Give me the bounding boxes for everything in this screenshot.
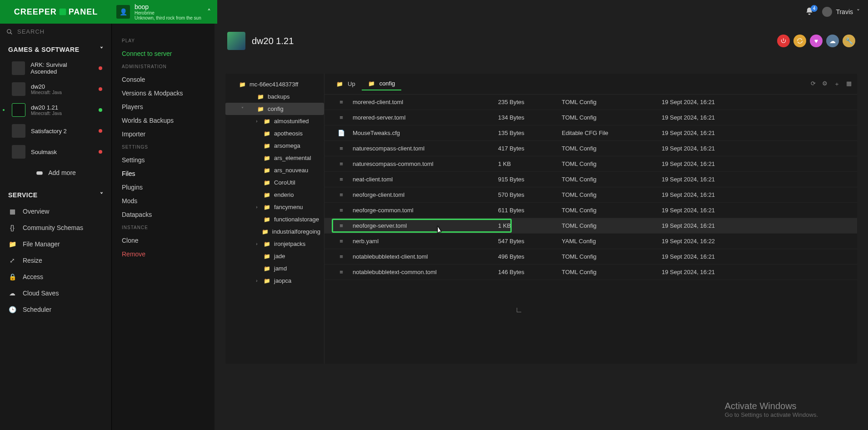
file-type: TOML Config xyxy=(562,176,662,183)
select-button[interactable]: ▦ xyxy=(846,80,852,88)
file-name: morered-client.toml xyxy=(353,99,403,105)
tree-item[interactable]: 📁backups xyxy=(225,90,324,103)
service-section-header[interactable]: SERVICE ˅ xyxy=(0,185,111,203)
notifications-button[interactable]: 4 xyxy=(805,7,814,17)
tree-item[interactable]: ›📁jaopca xyxy=(225,275,324,287)
tree-item[interactable]: ˅📁config xyxy=(225,103,324,115)
nav-item[interactable]: Importer xyxy=(112,127,215,141)
svg-point-1 xyxy=(7,29,11,33)
service-item[interactable]: 📁File Manager xyxy=(0,236,111,252)
tree-item[interactable]: 📁ars_elemental xyxy=(225,152,324,164)
tree-label: ironjetpacks xyxy=(274,240,305,247)
file-size: 135 Bytes xyxy=(498,130,562,136)
file-row[interactable]: ≡notablebubbletext-client.toml496 BytesT… xyxy=(324,249,857,265)
file-date: 19 Sept 2024, 16:21 xyxy=(662,253,852,260)
file-row[interactable]: ≡neat-client.toml915 BytesTOML Config19 … xyxy=(324,172,857,187)
tree-item[interactable]: 📁ars_nouveau xyxy=(225,164,324,176)
add-file-button[interactable]: ＋ xyxy=(834,80,840,88)
service-item[interactable]: 🔒Access xyxy=(0,269,111,285)
file-row[interactable]: ≡notablebubbletext-common.toml146 BytesT… xyxy=(324,265,857,280)
nav-item[interactable]: Clone xyxy=(112,234,215,247)
tree-item[interactable]: ›📁fancymenu xyxy=(225,201,324,213)
file-row[interactable]: ≡neoforge-server.toml1 KBTOML Config19 S… xyxy=(324,218,857,234)
nav-item[interactable]: Worlds & Backups xyxy=(112,114,215,127)
file-row[interactable]: ≡morered-client.toml235 BytesTOML Config… xyxy=(324,95,857,110)
power-button[interactable] xyxy=(777,35,790,47)
file-date: 19 Sept 2024, 16:21 xyxy=(662,176,852,183)
file-row[interactable]: 📄MouseTweaks.cfg135 BytesEditable CFG Fi… xyxy=(324,125,857,141)
chevron-down-icon: ˅ xyxy=(100,46,104,53)
service-item[interactable]: ⤢Resize xyxy=(0,252,111,269)
heart-button[interactable]: ♥ xyxy=(810,35,823,47)
cloud-button[interactable]: ☁ xyxy=(826,35,839,47)
svg-rect-0 xyxy=(59,9,66,15)
game-icon xyxy=(12,82,25,96)
nav-item[interactable]: Versions & Modpacks xyxy=(112,86,215,100)
refresh-button[interactable]: ⟳ xyxy=(811,80,816,88)
nav-item[interactable]: Plugins xyxy=(112,180,215,194)
tree-item[interactable]: 📁jamd xyxy=(225,262,324,275)
search-input[interactable] xyxy=(17,28,105,35)
games-section-header[interactable]: GAMES & SOFTWARE ˅ xyxy=(0,40,111,58)
nav-item[interactable]: Players xyxy=(112,100,215,114)
file-row[interactable]: ≡morered-server.toml134 BytesTOML Config… xyxy=(324,110,857,125)
service-icon: 🔒 xyxy=(8,273,16,280)
service-item[interactable]: 🕒Scheduler xyxy=(0,301,111,318)
brand-text-left: CREEPER xyxy=(14,7,57,17)
service-item[interactable]: {}Community Schemas xyxy=(0,220,111,236)
file-size: 1 KB xyxy=(498,222,562,229)
connect-to-server[interactable]: Connect to server xyxy=(112,47,215,60)
game-row[interactable]: ARK: Survival Ascended xyxy=(0,58,111,79)
game-row[interactable]: dw20Minecraft: Java xyxy=(0,79,111,100)
wrench-button[interactable]: 🔧 xyxy=(843,35,855,47)
tree-item[interactable]: ›📁ironjetpacks xyxy=(225,238,324,250)
tree-item[interactable]: 📁jade xyxy=(225,250,324,262)
nav-item[interactable]: Console xyxy=(112,73,215,86)
file-row[interactable]: ≡nerb.yaml547 BytesYAML Config19 Sept 20… xyxy=(324,234,857,249)
file-row[interactable]: ≡neoforge-common.toml611 BytesTOML Confi… xyxy=(324,203,857,218)
user-menu[interactable]: Travis ˅ xyxy=(822,7,860,17)
game-row[interactable]: Satisfactory 2 xyxy=(0,120,111,141)
tree-item[interactable]: 📁functionalstorage xyxy=(225,213,324,225)
game-row[interactable]: dw20 1.21Minecraft: Java xyxy=(0,100,111,120)
service-label: Overview xyxy=(23,208,49,215)
file-row[interactable]: ≡neoforge-client.toml570 BytesTOML Confi… xyxy=(324,187,857,203)
file-row[interactable]: ≡naturescompass-common.toml1 KBTOML Conf… xyxy=(324,156,857,172)
game-sub: Minecraft: Java xyxy=(31,111,62,116)
file-name: neoforge-common.toml xyxy=(353,207,414,214)
resize-handle-icon[interactable] xyxy=(517,308,521,312)
heart-icon: ♥ xyxy=(814,37,818,45)
tree-item[interactable]: 📁CoroUtil xyxy=(225,176,324,189)
restart-button[interactable] xyxy=(793,35,806,47)
service-item[interactable]: ▦Overview xyxy=(0,203,111,220)
file-row[interactable]: ≡naturescompass-client.toml417 BytesTOML… xyxy=(324,141,857,156)
windows-watermark: Activate Windows Go to Settings to activ… xyxy=(725,401,818,418)
server-selector[interactable]: 👤 boop Herobrine Unknown, third rock fro… xyxy=(112,0,217,24)
nav-item[interactable]: Settings xyxy=(112,153,215,167)
nav-item[interactable]: Mods xyxy=(112,194,215,208)
nav-item[interactable]: Remove xyxy=(112,247,215,261)
controller-icon xyxy=(35,169,44,177)
nav-item[interactable]: Files xyxy=(112,167,215,180)
tree-item[interactable]: 📁arsomega xyxy=(225,140,324,152)
tree-item[interactable]: 📁industrialforegoing xyxy=(225,225,324,238)
tree-item[interactable]: 📁enderio xyxy=(225,189,324,201)
breadcrumb-up[interactable]: 📁 Up xyxy=(330,78,362,90)
tree-item[interactable]: 📁apotheosis xyxy=(225,127,324,140)
brand-logo[interactable]: CREEPER PANEL xyxy=(0,0,112,24)
file-type: TOML Config xyxy=(562,99,662,105)
file-date: 19 Sept 2024, 16:21 xyxy=(662,145,852,152)
game-row[interactable]: Soulmask xyxy=(0,141,111,162)
settings-button[interactable]: ⚙ xyxy=(822,80,828,88)
nav-item[interactable]: Datapacks xyxy=(112,208,215,221)
add-more-button[interactable]: Add more xyxy=(0,162,111,185)
file-name: notablebubbletext-common.toml xyxy=(353,269,437,275)
service-label: Access xyxy=(23,273,43,280)
tree-label: CoroUtil xyxy=(274,179,295,186)
file-icon: ≡ xyxy=(330,99,353,105)
service-item[interactable]: ☁Cloud Saves xyxy=(0,285,111,301)
tree-label: ars_nouveau xyxy=(274,167,308,174)
tree-root[interactable]: 📁 mc-66ec4148373ff xyxy=(225,78,324,90)
tree-item[interactable]: ›📁almostunified xyxy=(225,115,324,127)
breadcrumb-current[interactable]: 📁 config xyxy=(362,77,402,90)
